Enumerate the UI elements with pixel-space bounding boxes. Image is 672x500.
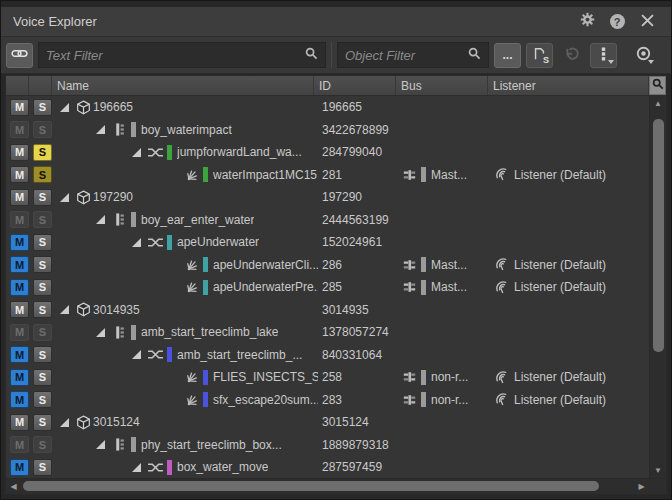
solo-button[interactable]: S — [33, 189, 52, 206]
mute-button[interactable]: M — [10, 391, 29, 408]
tree-row[interactable]: MSwaterImpact1MC15281Mast...Listener (De… — [6, 164, 649, 187]
expander-icon[interactable] — [132, 148, 141, 157]
scroll-up-button[interactable]: ▲ — [650, 96, 666, 111]
listener-icon — [492, 392, 511, 407]
solo-button[interactable]: S — [33, 324, 52, 341]
profiler-settings-button[interactable]: S — [526, 43, 553, 68]
tree-row[interactable]: MSamb_start_treeclimb_lake1378057274 — [6, 321, 649, 344]
mute-button[interactable]: M — [10, 166, 29, 183]
id-cell: 286 — [318, 258, 400, 272]
tree-row[interactable]: MSapeUnderwaterPre...285Mast...Listener … — [6, 276, 649, 299]
expander-icon[interactable] — [60, 193, 69, 202]
expander-icon[interactable] — [132, 350, 141, 359]
mute-button[interactable]: M — [10, 346, 29, 363]
tree-row[interactable]: MSphy_start_treeclimb_box...1889879318 — [6, 434, 649, 457]
solo-button[interactable]: S — [33, 256, 52, 273]
mute-button[interactable]: M — [10, 324, 29, 341]
settings-button[interactable] — [575, 11, 599, 33]
mute-button[interactable]: M — [10, 256, 29, 273]
listener-name: Listener (Default) — [514, 280, 606, 294]
vertical-scrollbar[interactable]: ▲ ▼ — [649, 96, 666, 478]
solo-button[interactable]: S — [33, 391, 52, 408]
tree-row[interactable]: MS30149353014935 — [6, 299, 649, 322]
listener-cell: Listener (Default) — [492, 257, 649, 272]
expander-icon[interactable] — [132, 238, 141, 247]
horizontal-scrollbar-thumb[interactable] — [23, 481, 599, 491]
object-filter-input[interactable] — [345, 48, 468, 63]
table-search-button[interactable] — [649, 76, 666, 95]
solo-button[interactable]: S — [33, 436, 52, 453]
tree-row[interactable]: MS196665196665 — [6, 96, 649, 119]
tree-row[interactable]: MS30151243015124 — [6, 411, 649, 434]
horizontal-scrollbar[interactable]: ◀ ▶ — [5, 479, 667, 495]
help-button[interactable]: ? — [605, 11, 629, 33]
name-cell: apeUnderwater — [56, 235, 318, 250]
solo-button[interactable]: S — [33, 234, 52, 251]
solo-button[interactable]: S — [33, 459, 52, 476]
close-button[interactable] — [635, 11, 659, 33]
voice-meter-bar — [131, 437, 136, 452]
tree-row[interactable]: MSFLIES_INSECTS_S...258non-r...Listener … — [6, 366, 649, 389]
scroll-right-button[interactable]: ▶ — [634, 479, 649, 494]
solo-button[interactable]: S — [33, 99, 52, 116]
expander-icon[interactable] — [96, 125, 105, 134]
vertical-scrollbar-track[interactable] — [650, 111, 666, 463]
mute-button[interactable]: M — [10, 234, 29, 251]
mute-button[interactable]: M — [10, 369, 29, 386]
vertical-scrollbar-thumb[interactable] — [653, 119, 664, 352]
listener-column-header[interactable]: Listener — [488, 76, 649, 95]
mute-button[interactable]: M — [10, 189, 29, 206]
mute-button[interactable]: M — [10, 211, 29, 228]
mute-button[interactable]: M — [10, 99, 29, 116]
expander-icon[interactable] — [96, 440, 105, 449]
bus-icon — [400, 258, 419, 272]
more-options-button[interactable] — [590, 43, 617, 68]
tree-row[interactable]: MSjumpforwardLand_wa...284799040 — [6, 141, 649, 164]
mute-button[interactable]: M — [10, 436, 29, 453]
scroll-left-button[interactable]: ◀ — [6, 479, 21, 494]
solo-button[interactable]: S — [33, 301, 52, 318]
solo-button[interactable]: S — [33, 346, 52, 363]
id-column-header[interactable]: ID — [314, 76, 396, 95]
solo-button[interactable]: S — [33, 414, 52, 431]
solo-button[interactable]: S — [33, 279, 52, 296]
mute-button[interactable]: M — [10, 279, 29, 296]
mute-button[interactable]: M — [10, 144, 29, 161]
scroll-down-button[interactable]: ▼ — [650, 463, 666, 478]
solo-button[interactable]: S — [33, 144, 52, 161]
reset-filter-button[interactable] — [558, 43, 585, 68]
solo-button[interactable]: S — [33, 121, 52, 138]
mute-button[interactable]: M — [10, 459, 29, 476]
solo-button[interactable]: S — [33, 211, 52, 228]
tree-row[interactable]: MSamb_start_treeclimb_...840331064 — [6, 344, 649, 367]
browse-object-button[interactable]: ... — [494, 43, 521, 68]
text-filter-input[interactable] — [46, 48, 305, 63]
expander-icon[interactable] — [132, 463, 141, 472]
expander-icon[interactable] — [96, 215, 105, 224]
name-column-header[interactable]: Name — [52, 76, 314, 95]
view-options-button[interactable] — [630, 43, 657, 68]
solo-button[interactable]: S — [33, 166, 52, 183]
tree-row[interactable]: MSapeUnderwater152024961 — [6, 231, 649, 254]
row-name: apeUnderwaterPre... — [213, 280, 318, 294]
tree-row[interactable]: MSboy_waterimpact3422678899 — [6, 119, 649, 142]
expander-icon[interactable] — [96, 328, 105, 337]
expander-icon[interactable] — [60, 103, 69, 112]
horizontal-scrollbar-track[interactable] — [21, 479, 634, 494]
bus-cell: Mast... — [400, 280, 492, 295]
tree-row[interactable]: MSapeUnderwaterCli...286Mast...Listener … — [6, 254, 649, 277]
mute-button[interactable]: M — [10, 414, 29, 431]
mute-button[interactable]: M — [10, 301, 29, 318]
expander-icon[interactable] — [60, 418, 69, 427]
tree-row[interactable]: MS197290197290 — [6, 186, 649, 209]
tree-row[interactable]: MSboy_ear_enter_water2444563199 — [6, 209, 649, 232]
bus-column-header[interactable]: Bus — [396, 76, 488, 95]
solo-button[interactable]: S — [33, 369, 52, 386]
tree-row[interactable]: MSsfx_escape20sum...283non-r...Listener … — [6, 389, 649, 412]
voice-tree: MS196665196665MSboy_waterimpact342267889… — [6, 96, 649, 478]
expander-icon[interactable] — [60, 305, 69, 314]
mute-button[interactable]: M — [10, 121, 29, 138]
link-filters-button[interactable] — [6, 43, 33, 68]
tree-row[interactable]: MSbox_water_move287597459 — [6, 456, 649, 478]
name-cell: FLIES_INSECTS_S... — [56, 370, 318, 385]
